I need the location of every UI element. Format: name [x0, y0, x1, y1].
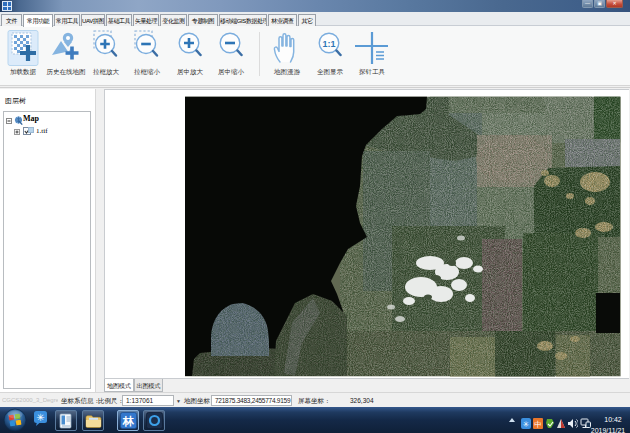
svg-text:✳: ✳ — [523, 420, 530, 429]
svg-text:林: 林 — [122, 415, 135, 427]
svg-text:1:1: 1:1 — [322, 39, 335, 49]
svg-text:✳: ✳ — [36, 412, 44, 423]
svg-text:中: 中 — [534, 420, 542, 429]
